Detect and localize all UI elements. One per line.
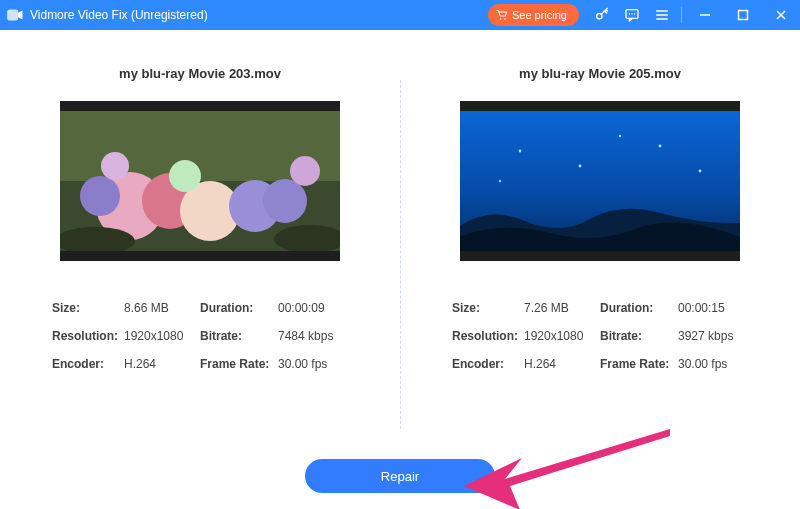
titlebar-divider — [681, 7, 682, 23]
svg-point-8 — [634, 13, 635, 14]
maximize-button[interactable] — [724, 0, 762, 30]
label-resolution: Resolution: — [452, 329, 524, 343]
maximize-icon — [737, 9, 749, 21]
svg-point-28 — [619, 135, 621, 137]
svg-point-25 — [579, 165, 582, 168]
label-resolution: Resolution: — [52, 329, 124, 343]
feedback-icon — [624, 7, 640, 23]
flowers-thumbnail-image — [60, 111, 340, 251]
close-button[interactable] — [762, 0, 800, 30]
sample-bitrate-value: 3927 kbps — [678, 329, 748, 343]
see-pricing-label: See pricing — [512, 9, 567, 21]
repair-button[interactable]: Repair — [305, 459, 495, 493]
cart-icon — [496, 9, 508, 21]
sample-frame-rate-value: 30.00 fps — [678, 357, 748, 371]
source-video-thumbnail[interactable] — [60, 101, 340, 261]
label-size: Size: — [52, 301, 124, 315]
source-size-value: 8.66 MB — [124, 301, 200, 315]
label-size: Size: — [452, 301, 524, 315]
sample-video-thumbnail[interactable] — [460, 101, 740, 261]
minimize-button[interactable] — [686, 0, 724, 30]
svg-point-20 — [290, 156, 320, 186]
source-duration-value: 00:00:09 — [278, 301, 348, 315]
label-encoder: Encoder: — [452, 357, 524, 371]
svg-point-7 — [631, 13, 632, 14]
svg-point-17 — [263, 179, 307, 223]
feedback-button[interactable] — [617, 0, 647, 30]
footer: Repair — [0, 459, 800, 509]
vertical-divider — [400, 80, 401, 429]
source-resolution-value: 1920x1080 — [124, 329, 200, 343]
svg-point-19 — [101, 152, 129, 180]
source-frame-rate-value: 30.00 fps — [278, 357, 348, 371]
minimize-icon — [699, 9, 711, 21]
svg-point-24 — [519, 150, 522, 153]
key-icon — [594, 7, 610, 23]
label-encoder: Encoder: — [52, 357, 124, 371]
titlebar: Vidmore Video Fix (Unregistered) See pri… — [0, 0, 800, 30]
svg-point-2 — [500, 18, 502, 20]
see-pricing-button[interactable]: See pricing — [488, 4, 579, 26]
register-key-button[interactable] — [587, 0, 617, 30]
label-frame-rate: Frame Rate: — [600, 357, 678, 371]
svg-point-15 — [80, 176, 120, 216]
source-encoder-value: H.264 — [124, 357, 200, 371]
source-file-panel: my blu-ray Movie 203.mov Size: 8.66 MB — [0, 66, 400, 459]
svg-rect-1 — [8, 10, 19, 21]
source-bitrate-value: 7484 kbps — [278, 329, 348, 343]
svg-point-27 — [699, 170, 702, 173]
svg-point-6 — [629, 13, 630, 14]
app-logo-icon — [6, 6, 24, 24]
svg-point-3 — [504, 18, 506, 20]
compare-panels: my blu-ray Movie 203.mov Size: 8.66 MB — [0, 30, 800, 459]
label-frame-rate: Frame Rate: — [200, 357, 278, 371]
sample-encoder-value: H.264 — [524, 357, 600, 371]
sample-resolution-value: 1920x1080 — [524, 329, 600, 343]
sample-duration-value: 00:00:15 — [678, 301, 748, 315]
sample-file-name: my blu-ray Movie 205.mov — [519, 66, 681, 81]
window-title: Vidmore Video Fix (Unregistered) — [30, 8, 208, 22]
sample-file-panel: my blu-ray Movie 205.mov — [400, 66, 800, 459]
sample-size-value: 7.26 MB — [524, 301, 600, 315]
menu-button[interactable] — [647, 0, 677, 30]
svg-point-26 — [659, 145, 662, 148]
svg-point-29 — [499, 180, 501, 182]
close-icon — [775, 9, 787, 21]
label-bitrate: Bitrate: — [600, 329, 678, 343]
svg-point-18 — [169, 160, 201, 192]
svg-rect-9 — [739, 11, 748, 20]
sample-file-metadata: Size: 7.26 MB Duration: 00:00:15 Resolut… — [452, 301, 748, 371]
source-file-name: my blu-ray Movie 203.mov — [119, 66, 281, 81]
hamburger-icon — [654, 7, 670, 23]
label-bitrate: Bitrate: — [200, 329, 278, 343]
source-file-metadata: Size: 8.66 MB Duration: 00:00:09 Resolut… — [52, 301, 348, 371]
ocean-thumbnail-image — [460, 111, 740, 251]
label-duration: Duration: — [600, 301, 678, 315]
label-duration: Duration: — [200, 301, 278, 315]
